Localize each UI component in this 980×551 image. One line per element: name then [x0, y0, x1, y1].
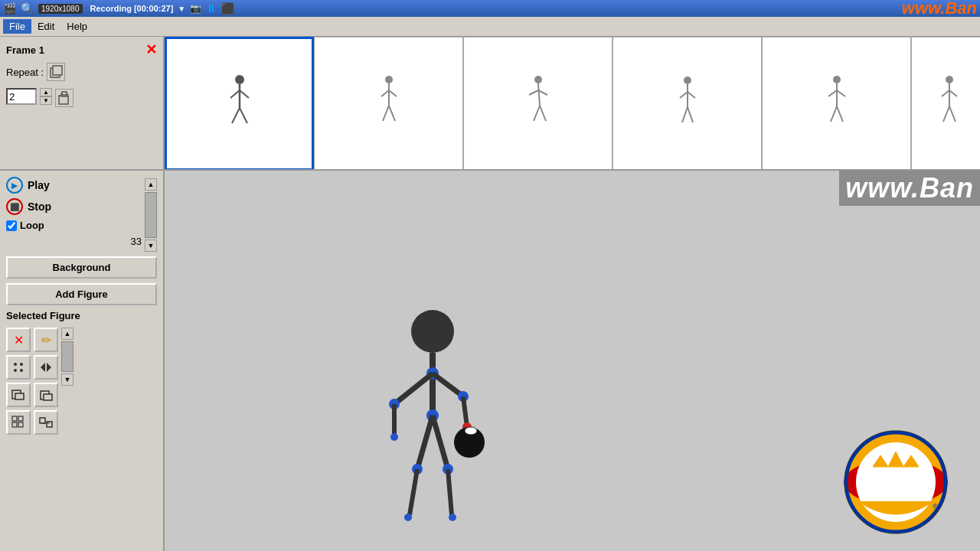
add-figure-button[interactable]: Add Figure — [6, 283, 157, 305]
svg-text:MURDER: MURDER — [867, 465, 925, 478]
menu-help[interactable]: Help — [60, 19, 93, 34]
svg-line-37 — [942, 90, 949, 96]
svg-point-41 — [14, 363, 17, 366]
frame-thumb-1[interactable] — [165, 37, 314, 169]
svg-line-70 — [417, 416, 433, 469]
frame-controls: Frame 1 ✕ Repeat : ▲ ▼ — [0, 37, 165, 169]
frame-3-figure — [523, 73, 554, 135]
spin-down-button[interactable]: ▼ — [40, 96, 52, 105]
play-button[interactable]: ▶ Play — [6, 177, 142, 194]
flip-button[interactable] — [34, 355, 58, 380]
frame-thumb-5[interactable] — [762, 37, 911, 169]
grid2-icon — [11, 416, 25, 429]
svg-line-39 — [943, 106, 949, 122]
svg-line-7 — [230, 90, 240, 98]
svg-rect-49 — [12, 416, 17, 421]
pause-icon[interactable]: ⏸ — [206, 2, 217, 15]
canvas-area[interactable]: www.Ban — [165, 171, 980, 551]
svg-line-63 — [433, 373, 463, 396]
figure-tool-row-3 — [6, 383, 58, 407]
svg-rect-46 — [15, 393, 24, 399]
frame-1-figure — [224, 73, 255, 135]
title-bar: 🎬 🔍 1920x1080 Recording [00:00:27] ▼ 📷 ⏸… — [0, 0, 980, 17]
svg-point-23 — [684, 77, 691, 84]
grid-button[interactable] — [6, 355, 31, 380]
playback-scrollbar: ▲ ▼ — [145, 177, 157, 252]
svg-line-65 — [463, 396, 467, 427]
main-container: Frame 1 ✕ Repeat : ▲ ▼ — [0, 37, 980, 551]
frame-5-figure — [822, 73, 852, 135]
loop-checkbox[interactable] — [6, 220, 17, 231]
frame-thumb-6[interactable] — [911, 37, 980, 169]
frame-thumb-4[interactable] — [612, 37, 762, 169]
play-label: Play — [28, 179, 50, 191]
left-sidebar: ▶ Play ⬛ Stop Loop 33 ▲ ▼ — [0, 171, 165, 551]
svg-line-19 — [529, 90, 538, 95]
svg-point-44 — [20, 369, 23, 372]
svg-line-28 — [688, 107, 693, 122]
menu-file[interactable]: File — [3, 19, 31, 34]
stop-icon: ⬛ — [6, 198, 23, 215]
scroll-up-arrow[interactable]: ▲ — [145, 178, 157, 191]
paste-layer-button[interactable] — [34, 383, 58, 407]
copy-frame-button[interactable] — [47, 63, 65, 81]
selected-tools-scrollbar: ▲ ▼ — [61, 328, 74, 435]
delete-frame-button[interactable]: ✕ — [145, 43, 157, 57]
scroll-down-arrow[interactable]: ▼ — [145, 240, 157, 252]
background-button[interactable]: Background — [6, 256, 157, 279]
svg-point-68 — [465, 427, 477, 435]
svg-rect-4 — [62, 92, 67, 95]
fps-label: 33 — [6, 236, 142, 247]
play-icon: ▶ — [6, 177, 23, 194]
svg-point-62 — [390, 433, 398, 441]
group-button[interactable] — [34, 410, 58, 435]
svg-line-31 — [828, 90, 837, 96]
svg-line-14 — [389, 90, 397, 96]
frame-thumb-2[interactable] — [314, 37, 463, 169]
svg-point-29 — [833, 76, 841, 83]
scroll-thumb[interactable] — [145, 192, 157, 238]
spin-up-button[interactable]: ▲ — [40, 88, 52, 96]
flip-icon — [39, 360, 53, 374]
svg-point-77 — [449, 514, 456, 521]
svg-line-26 — [688, 92, 695, 98]
stop-button[interactable]: ⬛ Stop — [6, 198, 142, 215]
svg-line-40 — [949, 106, 956, 122]
paste-layer-icon — [39, 388, 53, 402]
selected-figure-label: Selected Figure — [6, 310, 157, 321]
group-icon — [39, 416, 53, 429]
svg-line-76 — [448, 469, 452, 515]
tools-scroll-up[interactable]: ▲ — [61, 328, 74, 340]
frame-thumbnails — [165, 37, 980, 169]
delete-figure-button[interactable]: ✕ — [6, 328, 31, 352]
murder-king-logo: MURDER KING ® — [842, 429, 949, 536]
playback-section: ▶ Play ⬛ Stop Loop 33 ▲ ▼ — [6, 177, 157, 252]
stop-recording-icon[interactable]: ⬛ — [221, 2, 234, 15]
selected-figure-section: ✕ ✏ — [6, 328, 157, 435]
tools-scroll-thumb[interactable] — [61, 341, 74, 372]
watermark: www.Ban — [902, 0, 977, 18]
repeat-input[interactable] — [6, 88, 37, 105]
svg-rect-1 — [53, 66, 62, 75]
copy-layer-button[interactable] — [6, 383, 31, 407]
svg-line-15 — [383, 106, 389, 121]
tools-scroll-down[interactable]: ▼ — [61, 373, 74, 386]
svg-point-35 — [946, 76, 953, 83]
camera-icon[interactable]: 📷 — [190, 3, 201, 14]
paste-frame-button[interactable] — [55, 89, 74, 107]
grid2-button[interactable] — [6, 410, 31, 435]
dropdown-icon[interactable]: ▼ — [178, 5, 185, 13]
loop-row: Loop — [6, 220, 142, 231]
svg-point-5 — [235, 75, 244, 84]
figure-tool-row-2 — [6, 355, 58, 380]
svg-line-16 — [389, 106, 395, 121]
repeat-row: Repeat : — [6, 63, 157, 81]
frame-6-figure — [934, 73, 965, 135]
murder-king-svg: MURDER KING ® — [842, 429, 949, 536]
repeat-label: Repeat : — [6, 67, 44, 78]
edit-figure-button[interactable]: ✏ — [34, 328, 58, 352]
frame-thumb-3[interactable] — [463, 37, 612, 169]
svg-line-13 — [381, 90, 389, 96]
svg-line-8 — [240, 90, 249, 98]
menu-edit[interactable]: Edit — [31, 19, 60, 34]
